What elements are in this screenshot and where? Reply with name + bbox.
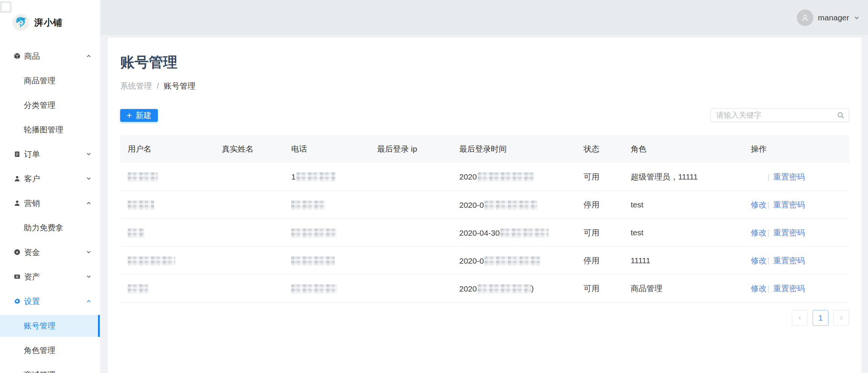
new-button[interactable]: + 新建 <box>120 109 158 122</box>
customer-icon <box>14 175 21 182</box>
accounts-table: 用户名真实姓名电话最后登录 ip最后登录时间状态角色操作 12020可用超级管理… <box>120 135 850 303</box>
cell-actions: 修改|重置密码 <box>751 191 850 219</box>
app-title: 湃小铺 <box>34 17 63 29</box>
breadcrumb: 系统管理 / 账号管理 <box>120 81 849 91</box>
cell-login-time: 2020-04-30 <box>459 219 584 247</box>
sidebar-item-customers[interactable]: 客户 <box>0 166 100 191</box>
redacted-username <box>128 284 148 293</box>
table-row: 2020)可用商品管理修改|重置密码 <box>120 275 850 302</box>
sidebar-item-mall-manage[interactable]: 商城管理 <box>0 362 100 373</box>
table-row: 2020-0停用test修改|重置密码 <box>120 191 850 219</box>
column-header: 状态 <box>584 135 631 163</box>
action-divider: | <box>767 284 769 293</box>
sidebar-item-orders[interactable]: 订单 <box>0 142 100 166</box>
breadcrumb-separator: / <box>157 81 159 91</box>
sidebar-subitem-label: 轮播图管理 <box>24 124 63 135</box>
order-icon <box>14 150 21 158</box>
cell-role: 11111 <box>631 247 751 275</box>
search-input[interactable] <box>711 108 849 122</box>
sidebar-item-banner-manage[interactable]: 轮播图管理 <box>0 117 100 142</box>
sidebar-item-label: 设置 <box>24 296 86 307</box>
reset-password-link[interactable]: 重置密码 <box>773 200 805 209</box>
sidebar-nav: 商品商品管理分类管理轮播图管理订单客户营销助力免费拿¥资金资产设置账号管理角色管… <box>0 44 100 373</box>
sidebar-item-settings[interactable]: 设置 <box>0 289 100 313</box>
cell-username <box>120 219 222 247</box>
reset-password-link[interactable]: 重置密码 <box>773 256 805 265</box>
page-title: 账号管理 <box>120 55 849 70</box>
cell-ip <box>377 275 459 302</box>
column-header: 操作 <box>751 135 850 163</box>
cell-realname <box>222 163 291 191</box>
sidebar-item-boost-free[interactable]: 助力免费拿 <box>0 215 100 240</box>
modify-link[interactable]: 修改 <box>751 283 767 294</box>
column-header: 最后登录 ip <box>377 135 459 163</box>
plus-icon: + <box>127 111 132 120</box>
column-header: 角色 <box>631 135 751 163</box>
sidebar-item-label: 营销 <box>24 198 86 209</box>
gear-icon <box>14 298 21 305</box>
chevron-up-icon <box>86 298 92 304</box>
user-menu[interactable]: manager <box>797 9 860 26</box>
sidebar-item-assets[interactable]: 资产 <box>0 264 100 289</box>
prev-page-button[interactable] <box>792 310 808 326</box>
person-icon <box>800 13 810 23</box>
marketing-icon <box>14 200 21 207</box>
reset-password-link[interactable]: 重置密码 <box>773 172 805 181</box>
search-icon[interactable] <box>837 111 845 121</box>
column-header: 用户名 <box>120 135 222 163</box>
app-logo[interactable]: 🐬 湃小铺 <box>12 14 63 31</box>
modify-link[interactable]: 修改 <box>751 255 767 266</box>
redacted-phone <box>296 172 336 181</box>
redacted-login-time <box>478 284 531 293</box>
sidebar-subitem-label: 助力免费拿 <box>24 223 63 233</box>
chevron-down-icon <box>86 274 92 279</box>
svg-text:¥: ¥ <box>16 250 18 254</box>
cell-phone <box>291 275 377 302</box>
sidebar-item-funds[interactable]: ¥资金 <box>0 240 100 264</box>
cell-phone <box>291 219 377 247</box>
sidebar-subitem-label: 账号管理 <box>24 321 55 331</box>
cell-login-time: 2020) <box>459 275 584 302</box>
sidebar-item-goods[interactable]: 商品 <box>0 44 100 68</box>
modify-link[interactable]: 修改 <box>751 227 767 238</box>
cell-actions: 修改|重置密码 <box>751 247 850 275</box>
redacted-username <box>128 172 158 181</box>
sidebar-item-account-manage[interactable]: 账号管理 <box>0 315 100 337</box>
cell-realname <box>222 219 291 247</box>
cell-login-time: 2020 <box>459 163 584 191</box>
next-page-button[interactable] <box>833 310 849 326</box>
redacted-login-time <box>484 256 540 266</box>
page-1-button[interactable]: 1 <box>813 310 828 326</box>
sidebar-item-label: 客户 <box>24 173 86 184</box>
cell-role: test <box>631 219 751 247</box>
funds-icon: ¥ <box>14 249 21 256</box>
sidebar-item-marketing[interactable]: 营销 <box>0 191 100 215</box>
redacted-login-time <box>478 172 534 181</box>
cell-realname <box>222 191 291 219</box>
dolphin-logo-icon: 🐬 <box>12 14 29 31</box>
reset-password-link[interactable]: 重置密码 <box>773 284 805 293</box>
sidebar-item-goods-manage[interactable]: 商品管理 <box>0 68 100 93</box>
content-card: 账号管理 系统管理 / 账号管理 + 新建 用户名真实姓名电话最后登 <box>108 38 862 373</box>
cell-role: 商品管理 <box>631 275 751 302</box>
reset-password-link[interactable]: 重置密码 <box>773 228 805 237</box>
sidebar-item-category-manage[interactable]: 分类管理 <box>0 93 100 117</box>
chevron-right-icon <box>838 315 844 321</box>
pagination: 1 <box>120 310 849 326</box>
cell-username <box>120 191 222 219</box>
sidebar-item-label: 资产 <box>24 272 86 282</box>
cell-username <box>120 163 222 191</box>
sidebar-subitem-label: 分类管理 <box>24 100 55 111</box>
column-header: 真实姓名 <box>222 135 291 163</box>
redacted-login-time <box>500 229 549 238</box>
chevron-down-icon <box>854 15 860 21</box>
package-icon <box>14 52 21 60</box>
cell-phone <box>291 191 377 219</box>
cell-status: 可用 <box>584 219 631 247</box>
cell-ip <box>377 247 459 275</box>
action-divider: | <box>767 228 769 237</box>
modify-link[interactable]: 修改 <box>751 200 767 210</box>
breadcrumb-parent[interactable]: 系统管理 <box>120 81 152 91</box>
sidebar-item-role-manage[interactable]: 角色管理 <box>0 338 100 362</box>
column-header: 最后登录时间 <box>459 135 584 163</box>
